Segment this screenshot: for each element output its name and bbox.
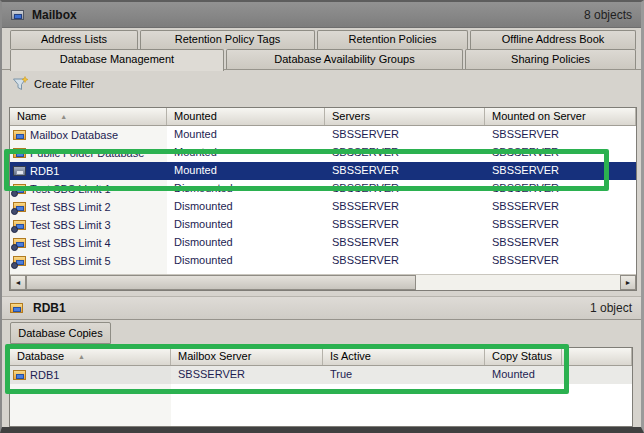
mounted-database-icon	[12, 145, 28, 161]
column-header-copy-status[interactable]: Copy Status	[485, 348, 562, 365]
tab-offline-address-book[interactable]: Offline Address Book	[470, 30, 636, 49]
column-header-servers[interactable]: Servers	[325, 108, 485, 125]
mounted-database-icon	[12, 367, 28, 383]
rdb1-database-icon	[9, 300, 25, 316]
table-row-rdb1-selected[interactable]: RDB1 Mounted SBSSERVER SBSSERVER	[10, 162, 636, 180]
column-header-is-active[interactable]: Is Active	[323, 348, 485, 365]
tab-retention-policy-tags[interactable]: Retention Policy Tags	[140, 30, 315, 49]
object-count: 8 objects	[584, 8, 632, 22]
database-list: Name▲ Mounted Servers Mounted on Server …	[9, 107, 637, 291]
scroll-right-button[interactable]: ►	[620, 275, 636, 290]
database-copies-list: Database▲ Mailbox Server Is Active Copy …	[9, 347, 633, 427]
column-header-database[interactable]: Database▲	[10, 348, 171, 365]
table-row-mailbox-database[interactable]: Mailbox Database Mounted SBSSERVER SBSSE…	[10, 126, 636, 144]
create-filter-label: Create Filter	[34, 78, 95, 90]
table-row-test-sbs-limit-3[interactable]: Test SBS Limit 3 Dismounted SBSSERVER SB…	[10, 216, 636, 234]
dismounted-database-icon	[12, 253, 28, 269]
tab-address-lists[interactable]: Address Lists	[10, 30, 138, 49]
horizontal-scrollbar[interactable]: ◄ ►	[10, 274, 636, 290]
tab-database-management[interactable]: Database Management	[10, 49, 224, 71]
tab-sharing-policies[interactable]: Sharing Policies	[465, 49, 636, 69]
dismounted-database-icon	[12, 199, 28, 215]
column-header-mailbox-server[interactable]: Mailbox Server	[171, 348, 323, 365]
pane-header: Mailbox 8 objects	[2, 2, 641, 28]
table-row-test-sbs-limit-1[interactable]: Test SBS Limit 1 Dismounted SBSSERVER SB…	[10, 180, 636, 198]
table-row-test-sbs-limit-5[interactable]: Test SBS Limit 5 Dismounted SBSSERVER SB…	[10, 252, 636, 270]
tab-database-availability-groups[interactable]: Database Availability Groups	[226, 49, 463, 69]
dismounted-database-icon	[12, 235, 28, 251]
tab-database-copies[interactable]: Database Copies	[10, 322, 111, 344]
scroll-left-button[interactable]: ◄	[10, 275, 26, 290]
mailbox-icon	[10, 7, 26, 23]
table-row-test-sbs-limit-2[interactable]: Test SBS Limit 2 Dismounted SBSSERVER SB…	[10, 198, 636, 216]
column-header-mounted-on-server[interactable]: Mounted on Server	[485, 108, 636, 125]
selected-database-icon	[12, 163, 28, 179]
mounted-database-icon	[12, 127, 28, 143]
tab-retention-policies[interactable]: Retention Policies	[317, 30, 468, 49]
table-row-rdb1-copy[interactable]: RDB1 SBSSERVER True Mounted	[10, 366, 632, 384]
copies-list-header: Database▲ Mailbox Server Is Active Copy …	[10, 348, 632, 366]
mailbox-results-pane: Mailbox 8 objects Address Lists Retentio…	[0, 0, 644, 433]
column-header-name[interactable]: Name▲	[10, 108, 167, 125]
page-title: Mailbox	[32, 8, 77, 22]
filter-funnel-icon	[12, 76, 29, 92]
column-header-mounted[interactable]: Mounted	[167, 108, 325, 125]
database-list-header: Name▲ Mounted Servers Mounted on Server	[10, 108, 636, 126]
table-row-test-sbs-limit-4[interactable]: Test SBS Limit 4 Dismounted SBSSERVER SB…	[10, 234, 636, 252]
table-row-public-folder-database[interactable]: Public Folder Database Mounted SBSSERVER…	[10, 144, 636, 162]
sort-ascending-icon: ▲	[60, 113, 67, 120]
detail-pane-header: RDB1 1 object	[2, 296, 641, 320]
dismounted-database-icon	[12, 181, 28, 197]
detail-pane-title: RDB1	[33, 301, 66, 315]
column-header-blank	[562, 348, 632, 365]
scrollbar-thumb[interactable]	[26, 275, 416, 290]
sort-ascending-icon: ▲	[78, 353, 85, 360]
copies-empty-area	[10, 384, 632, 426]
create-filter-button[interactable]: Create Filter	[12, 75, 95, 93]
detail-object-count: 1 object	[590, 301, 632, 315]
dismounted-database-icon	[12, 217, 28, 233]
